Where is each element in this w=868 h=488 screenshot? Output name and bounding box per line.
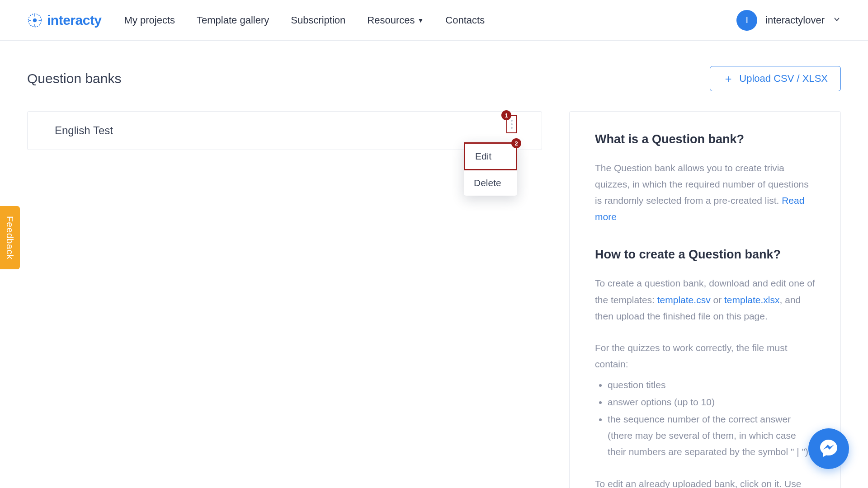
template-xlsx-link[interactable]: template.xlsx [724,295,780,305]
bank-actions-dropdown: 2 Edit Delete [464,142,517,196]
upload-csv-button[interactable]: ＋ Upload CSV / XLSX [710,66,841,91]
info-heading-how: How to create a Question bank? [595,248,815,262]
info-paragraph: For the quizzes to work correctly, the f… [595,340,815,372]
template-csv-link[interactable]: template.csv [657,295,711,305]
annotation-badge-2: 2 [511,138,521,148]
dot-icon [511,123,513,125]
annotation-badge-1: 1 [501,110,511,120]
nav-resources[interactable]: Resources ▼ [367,14,424,26]
question-bank-card[interactable]: English Test 1 2 Edit [27,111,542,150]
bank-name: English Test [55,124,514,137]
list-item: the sequence number of the correct answe… [608,411,815,460]
logo-icon [27,13,42,28]
info-paragraph: The Question bank allows you to create t… [595,160,815,225]
logo-text: interacty [47,13,102,28]
dot-icon [511,127,513,129]
info-heading-what: What is a Question bank? [595,132,815,146]
nav-contacts[interactable]: Contacts [445,14,485,26]
chat-button[interactable] [808,428,849,469]
avatar: I [736,10,757,31]
feedback-tab[interactable]: Feedback [0,206,20,269]
svg-point-1 [33,19,37,22]
plus-icon: ＋ [723,73,734,84]
info-paragraph: To create a question bank, download and … [595,275,815,324]
user-menu[interactable]: I interactylover [736,10,841,31]
page-title: Question banks [27,71,121,86]
messenger-icon [818,437,840,460]
info-requirements-list: question titles answer options (up to 10… [608,377,815,460]
upload-csv-label: Upload CSV / XLSX [739,73,828,84]
logo[interactable]: interacty [27,13,102,28]
list-item: question titles [608,377,815,393]
menu-edit[interactable]: 2 Edit [464,142,517,170]
info-paragraph: To edit an already uploaded bank, click … [595,476,815,488]
dot-icon [511,120,513,122]
chevron-down-icon [833,15,841,25]
nav-subscription[interactable]: Subscription [291,14,345,26]
nav-my-projects[interactable]: My projects [124,14,175,26]
menu-delete[interactable]: Delete [464,170,517,196]
list-item: answer options (up to 10) [608,394,815,410]
kebab-menu-button[interactable]: 1 [506,115,517,133]
nav-template-gallery[interactable]: Template gallery [197,14,269,26]
caret-down-icon: ▼ [417,17,424,24]
username: interactylover [765,14,825,26]
info-panel: What is a Question bank? The Question ba… [569,111,841,488]
